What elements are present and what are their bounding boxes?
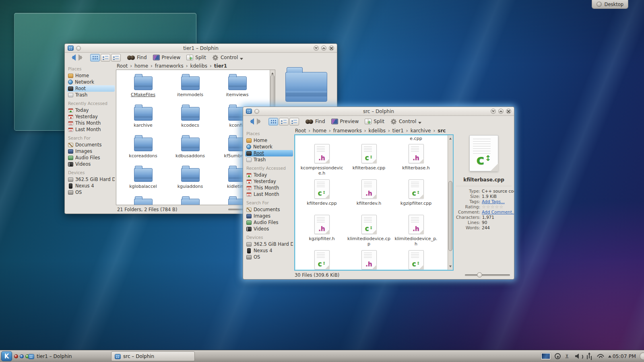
find-button[interactable]: Find <box>303 119 327 124</box>
window-menu-button[interactable] <box>76 46 81 51</box>
sidebar-item[interactable]: Home <box>245 137 293 144</box>
folder-item[interactable]: kcoreaddons <box>120 134 167 164</box>
breadcrumb-item[interactable]: kdelibs <box>184 63 207 69</box>
folder-item[interactable] <box>167 195 214 205</box>
breadcrumb-item[interactable]: karchive <box>404 128 431 134</box>
sidebar-item[interactable]: Yesterday <box>67 113 115 120</box>
tray-icon[interactable] <box>597 354 604 359</box>
view-compact-button[interactable] <box>279 118 289 125</box>
find-button[interactable]: Find <box>125 55 149 60</box>
breadcrumb-item[interactable]: frameworks <box>148 63 184 69</box>
window-menu-button[interactable] <box>254 109 259 114</box>
breadcrumb-item[interactable]: frameworks <box>326 128 362 134</box>
sidebar-item[interactable]: Audio Files <box>245 219 293 226</box>
folder-item[interactable]: kguiaddons <box>167 164 214 195</box>
folder-item[interactable]: karchive <box>120 103 167 134</box>
breadcrumb-item[interactable]: home <box>128 63 148 69</box>
sidebar-item[interactable]: Videos <box>245 226 293 232</box>
view-details-button[interactable] <box>289 118 299 125</box>
sidebar-item[interactable]: Nexus 4 <box>67 183 115 189</box>
sidebar-item[interactable]: Today <box>67 107 115 113</box>
titlebar[interactable]: tier1 – Dolphin <box>65 44 337 53</box>
sidebar-item[interactable]: This Month <box>245 185 293 191</box>
breadcrumb-item[interactable]: kdelibs <box>362 128 386 134</box>
sidebar-item[interactable]: Videos <box>67 161 115 167</box>
sidebar-item[interactable]: Network <box>245 144 293 150</box>
folder-item[interactable] <box>120 195 167 205</box>
scroll-down-icon[interactable] <box>449 265 452 269</box>
desktop-toolbox-button[interactable]: Desktop <box>592 0 628 9</box>
folder-item[interactable]: itemmodels <box>167 72 214 103</box>
file-item[interactable]: kgzipfilter.cpp <box>392 176 440 212</box>
breadcrumb-item[interactable]: src <box>431 128 446 134</box>
info-row-value[interactable]: 244 <box>482 225 490 230</box>
sidebar-item[interactable]: Last Month <box>67 126 115 133</box>
info-row-value[interactable]: Add Comment... <box>482 210 514 215</box>
file-item[interactable]: knonefilter.cpp <box>298 247 345 271</box>
minimize-button[interactable] <box>491 109 496 114</box>
view-icons-button[interactable] <box>268 118 278 125</box>
tray-icon[interactable] <box>608 355 612 358</box>
tray-icon[interactable] <box>575 354 582 359</box>
info-row-value[interactable]: ☆☆☆☆☆ <box>482 204 504 210</box>
view-icons-button[interactable] <box>90 54 100 62</box>
back-button[interactable] <box>68 54 76 61</box>
back-button[interactable] <box>247 118 254 125</box>
sidebar-item[interactable]: Root <box>245 150 293 156</box>
forward-button[interactable] <box>256 118 264 125</box>
zoom-slider[interactable] <box>465 271 510 279</box>
sidebar-item[interactable]: Last Month <box>245 191 293 197</box>
view-details-button[interactable] <box>111 54 121 62</box>
preview-button[interactable]: Preview <box>151 55 183 60</box>
scroll-up-icon[interactable] <box>271 71 274 74</box>
file-item[interactable]: klimitediodevice.cpp <box>345 212 392 247</box>
file-item[interactable]: klimitediodevice_p.h <box>392 212 440 247</box>
info-row-value[interactable]: 1,971 <box>482 215 494 220</box>
sidebar-item[interactable]: Yesterday <box>245 178 293 185</box>
folder-item[interactable]: kglobalaccel <box>120 164 167 195</box>
task-button[interactable]: src – Dolphin <box>111 352 195 361</box>
scrollbar-thumb[interactable] <box>448 181 452 251</box>
task-button[interactable]: tier1 – Dolphin <box>25 352 109 361</box>
sidebar-item[interactable]: 362.5 GiB Hard Drive <box>67 176 115 183</box>
sidebar-item[interactable]: Trash <box>67 92 115 98</box>
sidebar-item[interactable]: OS <box>245 254 293 260</box>
breadcrumb-item[interactable]: home <box>306 128 326 134</box>
maximize-button[interactable] <box>498 109 504 114</box>
sidebar-item[interactable]: Audio Files <box>67 154 115 161</box>
tray-icon[interactable] <box>541 353 551 360</box>
dolphin-app-icon[interactable] <box>246 109 252 114</box>
pager-dot-icon[interactable] <box>14 354 18 358</box>
sidebar-item[interactable]: Documents <box>67 142 115 148</box>
folder-item[interactable]: itemviews <box>214 72 261 103</box>
dolphin-app-icon[interactable] <box>68 45 74 51</box>
kde-launcher-icon[interactable] <box>1 351 12 361</box>
forward-button[interactable] <box>78 54 86 61</box>
file-item[interactable]: kfilterdev.h <box>345 176 392 212</box>
minimize-button[interactable] <box>314 45 319 51</box>
clock[interactable]: 05:07 PM <box>613 350 636 362</box>
info-row-value[interactable]: 90 <box>482 220 487 225</box>
breadcrumb-item[interactable]: Root <box>295 128 306 134</box>
control-button[interactable]: Control <box>210 54 245 61</box>
maximize-button[interactable] <box>321 45 326 51</box>
tray-icon[interactable] <box>586 353 592 359</box>
titlebar[interactable]: src – Dolphin <box>243 107 514 116</box>
sidebar-item[interactable]: 362.5 GiB Hard Drive <box>245 241 293 247</box>
control-button[interactable]: Control <box>388 118 423 125</box>
split-button[interactable]: Split <box>363 119 386 124</box>
file-item[interactable]: kcompressiondevice.h <box>298 141 345 176</box>
info-row-value[interactable]: Add Tags... <box>482 199 505 204</box>
breadcrumb-item[interactable]: tier1 <box>386 128 404 134</box>
sidebar-item[interactable]: Network <box>67 79 115 85</box>
sidebar-item[interactable]: This Month <box>67 120 115 126</box>
folder-item[interactable]: kdbusaddons <box>167 134 214 164</box>
sidebar-item[interactable]: Trash <box>245 156 293 163</box>
file-item[interactable]: kfilterbase.h <box>392 141 440 176</box>
breadcrumb-item[interactable]: tier1 <box>207 63 227 69</box>
sidebar-item[interactable]: Home <box>67 72 115 79</box>
sidebar-item[interactable]: Today <box>245 172 293 178</box>
sidebar-item[interactable]: OS <box>67 189 115 195</box>
file-item[interactable]: kfilterbase.cpp <box>345 141 392 176</box>
folder-item[interactable]: CMakeFiles <box>120 72 167 103</box>
